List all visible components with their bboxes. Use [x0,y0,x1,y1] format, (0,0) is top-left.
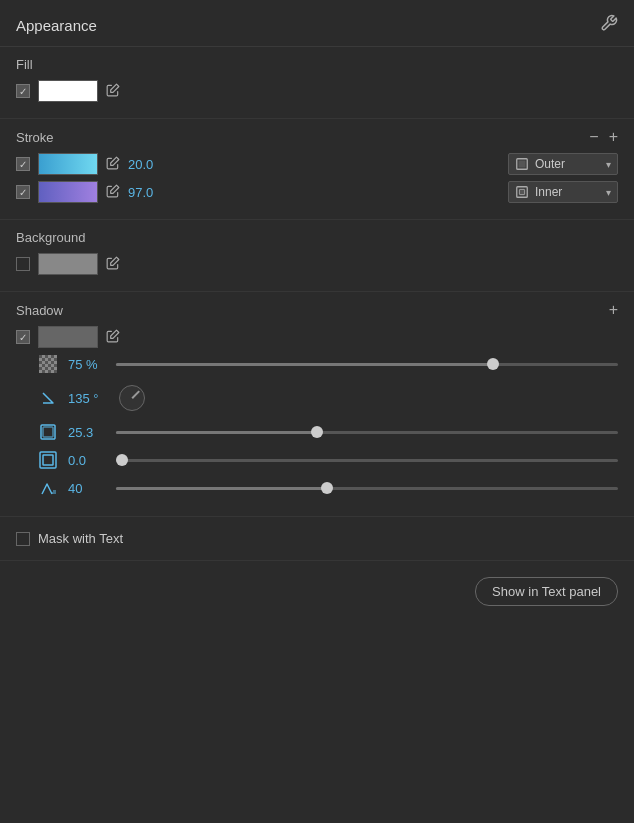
checker-icon [39,355,57,373]
svg-rect-10 [43,427,53,437]
shadow-angle-row: 135 ° [16,382,618,414]
mask-section: Mask with Text [0,517,634,561]
stroke-inner-dropdown[interactable]: Inner ▾ [508,181,618,203]
shadow-spread-thumb[interactable] [116,454,128,466]
stroke-outer-row: 20.0 Outer ▾ [16,153,618,175]
angle-dial-hand [131,390,139,398]
shadow-angle-dial-container[interactable] [116,382,148,414]
stroke-outer-dropdown-arrow: ▾ [606,159,611,170]
shadow-opacity-value[interactable]: 75 % [68,357,106,372]
background-label: Background [16,230,618,245]
shadow-label: Shadow [16,303,63,318]
mask-row: Mask with Text [16,531,618,546]
shadow-blur-value[interactable]: 40 [68,481,106,496]
wrench-icon[interactable] [600,14,618,36]
show-in-text-panel-button[interactable]: Show in Text panel [475,577,618,606]
stroke-inner-dropdown-label: Inner [535,185,562,199]
stroke-plus-button[interactable]: + [609,129,618,145]
fill-eyedropper-icon[interactable] [106,83,120,100]
stroke-minus-button[interactable]: − [589,129,598,145]
fill-color-swatch[interactable] [38,80,98,102]
shadow-blur-thumb[interactable] [321,482,333,494]
background-eyedropper-icon[interactable] [106,256,120,273]
panel-header: Appearance [0,0,634,47]
shadow-angle-dial[interactable] [119,385,145,411]
shadow-plus-button[interactable]: + [609,302,618,318]
stroke-inner-row: 97.0 Inner ▾ [16,181,618,203]
stroke-outer-checkbox[interactable] [16,157,30,171]
opacity-icon [38,354,58,374]
fill-label: Fill [16,57,618,72]
stroke-inner-value[interactable]: 97.0 [128,185,168,200]
shadow-color-row [16,326,618,348]
shadow-opacity-row: 75 % [16,354,618,374]
stroke-inner-checkbox[interactable] [16,185,30,199]
shadow-spread-row: 0.0 [16,450,618,470]
stroke-outer-dropdown-label: Outer [535,157,565,171]
shadow-spread-track[interactable] [116,459,618,462]
distance-icon [38,422,58,442]
shadow-section: Shadow + 75 % [0,292,634,517]
background-section: Background [0,220,634,292]
stroke-section: Stroke − + 20.0 Ou [0,119,634,220]
svg-rect-12 [43,455,53,465]
shadow-color-swatch[interactable] [38,326,98,348]
background-swatch[interactable] [38,253,98,275]
stroke-header: Stroke − + [16,129,618,145]
svg-rect-3 [519,161,526,168]
shadow-opacity-fill [116,363,493,366]
blur-icon [38,478,58,498]
footer: Show in Text panel [0,561,634,622]
shadow-distance-value[interactable]: 25.3 [68,425,106,440]
stroke-label: Stroke [16,130,54,145]
shadow-header: Shadow + [16,302,618,318]
svg-rect-6 [519,189,524,194]
shadow-checkbox[interactable] [16,330,30,344]
stroke-outer-eyedropper-icon[interactable] [106,156,120,173]
stroke-inner-swatch[interactable] [38,181,98,203]
shadow-distance-fill [116,431,317,434]
stroke-outer-dropdown[interactable]: Outer ▾ [508,153,618,175]
shadow-blur-row: 40 [16,478,618,498]
shadow-spread-value[interactable]: 0.0 [68,453,106,468]
shadow-distance-thumb[interactable] [311,426,323,438]
shadow-blur-track[interactable] [116,487,618,490]
background-checkbox[interactable] [16,257,30,271]
background-row [16,253,618,275]
spread-icon [38,450,58,470]
fill-section: Fill [0,47,634,119]
shadow-opacity-thumb[interactable] [487,358,499,370]
shadow-distance-track[interactable] [116,431,618,434]
shadow-angle-value[interactable]: 135 ° [68,391,106,406]
mask-label: Mask with Text [38,531,123,546]
stroke-actions: − + [589,129,618,145]
stroke-outer-swatch[interactable] [38,153,98,175]
shadow-eyedropper-icon[interactable] [106,329,120,346]
fill-row [16,80,618,102]
shadow-blur-fill [116,487,327,490]
stroke-outer-value[interactable]: 20.0 [128,157,168,172]
angle-icon [38,388,58,408]
fill-checkbox[interactable] [16,84,30,98]
shadow-opacity-track[interactable] [116,363,618,366]
appearance-panel: Appearance Fill Stroke − + [0,0,634,622]
stroke-inner-dropdown-arrow: ▾ [606,187,611,198]
stroke-inner-eyedropper-icon[interactable] [106,184,120,201]
panel-title: Appearance [16,17,97,34]
mask-checkbox[interactable] [16,532,30,546]
shadow-distance-row: 25.3 [16,422,618,442]
